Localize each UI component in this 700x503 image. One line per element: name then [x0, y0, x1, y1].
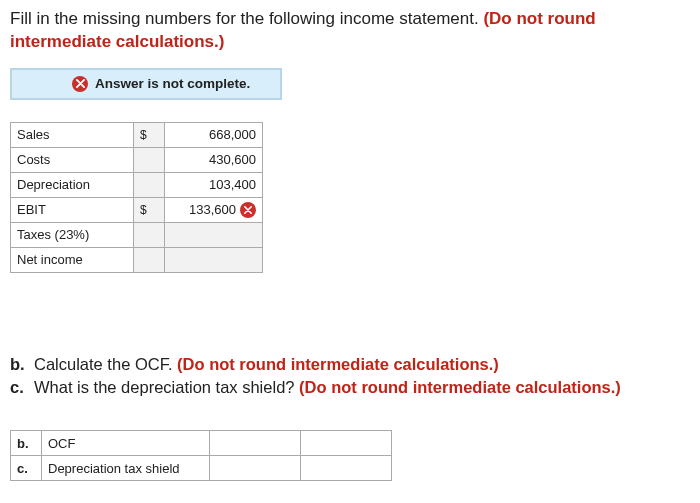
income-statement-table: Sales$668,000Costs430,600Depreciation103… [10, 122, 263, 273]
currency-cell [134, 222, 165, 247]
answer-input-1[interactable] [210, 456, 301, 481]
currency-cell [134, 147, 165, 172]
answer-input-2[interactable] [301, 431, 392, 456]
value-cell: 668,000 [165, 122, 263, 147]
answer-label: OCF [42, 431, 210, 456]
value-cell[interactable] [165, 222, 263, 247]
currency-cell [134, 172, 165, 197]
value-text: 133,600 [171, 202, 236, 217]
answer-letter: c. [11, 456, 42, 481]
instructions: Fill in the missing numbers for the foll… [10, 8, 690, 54]
question-b-bold: (Do not round intermediate calculations.… [177, 355, 499, 373]
answer-letter: b. [11, 431, 42, 456]
error-icon [72, 76, 88, 92]
question-b-letter: b. [10, 353, 34, 376]
row-label: Costs [11, 147, 134, 172]
answer-label: Depreciation tax shield [42, 456, 210, 481]
status-banner: Answer is not complete. [10, 68, 282, 100]
question-b-text: Calculate the OCF. [34, 355, 177, 373]
value-text: 430,600 [171, 152, 256, 167]
answer-table: b.OCFc.Depreciation tax shield [10, 430, 392, 481]
row-label: EBIT [11, 197, 134, 222]
table-row: c.Depreciation tax shield [11, 456, 392, 481]
table-row: b.OCF [11, 431, 392, 456]
questions: b. Calculate the OCF. (Do not round inte… [10, 353, 690, 399]
wrong-icon [240, 202, 256, 218]
currency-cell: $ [134, 197, 165, 222]
answer-input-1[interactable] [210, 431, 301, 456]
value-cell: 133,600 [165, 197, 263, 222]
value-text: 668,000 [171, 127, 256, 142]
row-label: Sales [11, 122, 134, 147]
status-text: Answer is not complete. [95, 76, 250, 91]
table-row: Net income [11, 247, 263, 272]
value-text: 103,400 [171, 177, 256, 192]
row-label: Depreciation [11, 172, 134, 197]
value-cell[interactable] [165, 247, 263, 272]
table-row: Costs430,600 [11, 147, 263, 172]
instructions-line1: Fill in the missing numbers for the foll… [10, 9, 483, 28]
answer-input-2[interactable] [301, 456, 392, 481]
question-c-bold: (Do not round intermediate calculations.… [299, 378, 621, 396]
table-row: Sales$668,000 [11, 122, 263, 147]
question-c-text: What is the depreciation tax shield? [34, 378, 299, 396]
value-cell: 430,600 [165, 147, 263, 172]
row-label: Taxes (23%) [11, 222, 134, 247]
table-row: Taxes (23%) [11, 222, 263, 247]
question-c-letter: c. [10, 376, 34, 399]
table-row: Depreciation103,400 [11, 172, 263, 197]
currency-cell [134, 247, 165, 272]
table-row: EBIT$133,600 [11, 197, 263, 222]
value-cell: 103,400 [165, 172, 263, 197]
currency-cell: $ [134, 122, 165, 147]
row-label: Net income [11, 247, 134, 272]
